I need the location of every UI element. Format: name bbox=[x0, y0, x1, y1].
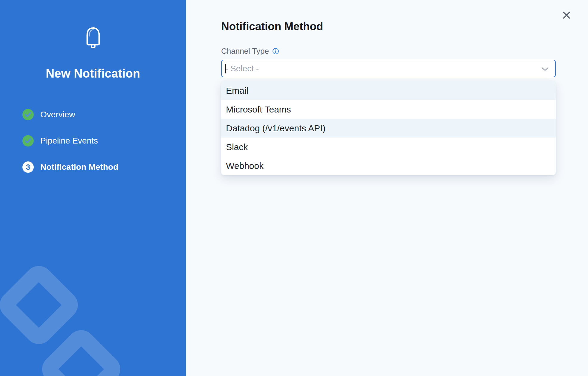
wizard-sidebar: New Notification Overview Pipeline Event… bbox=[0, 0, 186, 376]
step-complete-icon bbox=[22, 135, 34, 147]
bell-icon bbox=[84, 26, 103, 50]
channel-type-dropdown: Email Microsoft Teams Datadog (/v1/event… bbox=[221, 81, 556, 175]
step-notification-method[interactable]: 3 Notification Method bbox=[22, 161, 186, 173]
notification-method-panel: Notification Method Channel Type - Selec… bbox=[186, 0, 588, 376]
close-button[interactable] bbox=[562, 11, 571, 20]
select-placeholder: - Select - bbox=[225, 64, 259, 73]
option-slack[interactable]: Slack bbox=[221, 138, 556, 156]
channel-type-label: Channel Type bbox=[221, 47, 269, 56]
wizard-title: New Notification bbox=[0, 67, 186, 80]
option-microsoft-teams[interactable]: Microsoft Teams bbox=[221, 100, 556, 119]
step-number-badge: 3 bbox=[22, 161, 34, 173]
step-overview[interactable]: Overview bbox=[22, 109, 186, 120]
step-label: Overview bbox=[40, 110, 75, 119]
option-webhook[interactable]: Webhook bbox=[221, 156, 556, 175]
step-pipeline-events[interactable]: Pipeline Events bbox=[22, 135, 186, 147]
step-label: Pipeline Events bbox=[40, 136, 98, 146]
new-notification-dialog: New Notification Overview Pipeline Event… bbox=[0, 0, 588, 376]
info-icon[interactable] bbox=[272, 48, 279, 55]
option-datadog[interactable]: Datadog (/v1/events API) bbox=[221, 119, 556, 138]
step-label: Notification Method bbox=[40, 162, 118, 172]
channel-type-select[interactable]: - Select - bbox=[221, 60, 556, 77]
close-icon bbox=[562, 11, 571, 20]
chevron-down-icon bbox=[541, 67, 549, 71]
option-email[interactable]: Email bbox=[221, 81, 556, 100]
wizard-steps: Overview Pipeline Events 3 Notification … bbox=[0, 109, 186, 173]
step-complete-icon bbox=[22, 109, 34, 120]
page-title: Notification Method bbox=[221, 0, 556, 33]
